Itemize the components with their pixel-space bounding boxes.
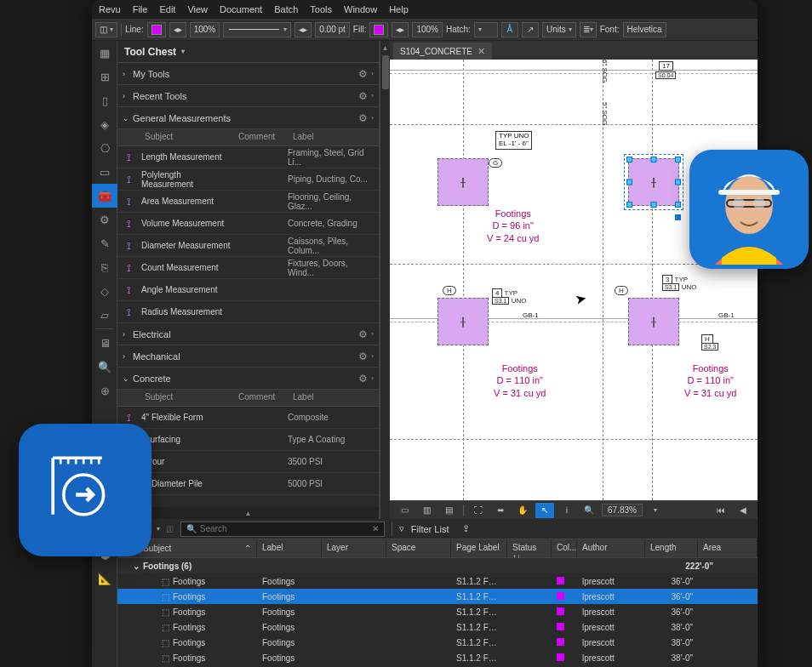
close-tab-icon[interactable]: ✕	[477, 46, 485, 57]
folder-recent-tools[interactable]: ›Recent Tools⚙›	[117, 85, 379, 107]
toolchest-icon[interactable]: 🧰	[92, 184, 117, 208]
fill-color-picker[interactable]	[369, 22, 388, 37]
markup-row[interactable]: ⬚FootingsFootingsS1.1.2 FOUN...lprescott…	[117, 650, 758, 665]
studio-icon[interactable]: ◇	[92, 279, 117, 303]
tool-row[interactable]: ⟟Length MeasurementFraming, Steel, Grid …	[117, 146, 379, 168]
gear-icon[interactable]: ⚙	[358, 112, 368, 124]
menu-view[interactable]: View	[187, 4, 208, 14]
folder-mechanical[interactable]: ›Mechanical⚙›	[117, 345, 379, 368]
thumbnails-icon[interactable]: ▦	[92, 41, 117, 65]
search-input[interactable]	[200, 524, 369, 533]
places-icon[interactable]: ⎔	[92, 136, 117, 160]
tool-row[interactable]: ⟟8" Diameter Pile5000 PSI	[117, 473, 379, 495]
measurements-icon[interactable]: 📐	[92, 567, 117, 590]
forms-icon[interactable]: ▭	[92, 160, 117, 184]
search-icon[interactable]: 🔍	[92, 355, 117, 379]
text-align-button[interactable]: ≣▾	[580, 22, 597, 37]
properties-icon[interactable]: ⚙	[92, 208, 117, 231]
markup-row[interactable]: ⬚FootingsFootingsS1.1.2 FOUN...lprescott…	[117, 619, 758, 635]
gear-icon[interactable]: ⚙	[358, 68, 368, 80]
menu-batch[interactable]: Batch	[274, 4, 298, 14]
zoom-dropdown[interactable]: ▾	[646, 503, 665, 518]
drawing-canvas[interactable]: 5" SOG 6" SOG TYP UNOEL -1' - 6" G 17 S0…	[390, 60, 758, 500]
markup-row[interactable]: ⬚FootingsFootingsS1.1.2 FOUN...lprescott…	[117, 573, 758, 589]
prev-page-button[interactable]: ◀	[734, 503, 752, 518]
add-panel-icon[interactable]: ⊕	[92, 379, 117, 402]
panel-dropdown-icon[interactable]: ▾	[181, 48, 185, 55]
zoom-button[interactable]: 🔍	[580, 503, 598, 518]
scroll-up-icon[interactable]: ▲	[382, 44, 389, 52]
markup-group-row[interactable]: ⌄Footings (6)222'-0"	[117, 558, 758, 573]
text-select-button[interactable]: Ꭵ	[558, 503, 576, 518]
menu-tools[interactable]: Tools	[310, 4, 332, 14]
folder-concrete[interactable]: ⌄Concrete⚙›	[117, 368, 379, 390]
tool-row[interactable]: ⟟4" Flexible FormComposite	[117, 407, 379, 429]
menu-edit[interactable]: Edit	[159, 4, 175, 14]
split-h-button[interactable]: ▥	[417, 503, 436, 518]
split-v-button[interactable]: ▤	[439, 503, 458, 518]
markup-row[interactable]: ⬚FootingsFootingsS1.1.2 FOUN...lprescott…	[117, 589, 758, 604]
folder-my-tools[interactable]: ›My Tools⚙›	[117, 63, 379, 85]
bookmarks-icon[interactable]: ▯	[92, 88, 117, 112]
tool-row[interactable]: ⟟" Pour3500 PSI	[117, 451, 379, 473]
menu-window[interactable]: Window	[344, 4, 377, 14]
panel-scrollbar[interactable]: ▲	[380, 41, 390, 519]
view-mode-dropdown[interactable]: ◫▾	[95, 22, 117, 37]
footing-markup[interactable]: ╂	[437, 158, 489, 206]
first-page-button[interactable]: ⏮	[712, 503, 730, 518]
file-access-icon[interactable]: 🖥	[92, 331, 117, 355]
folder-electrical[interactable]: ›Electrical⚙›	[117, 323, 379, 345]
footing-markup-selected[interactable]: ╂	[628, 158, 679, 206]
hatch-dropdown[interactable]: ▾	[474, 22, 498, 37]
select-button[interactable]: ↖	[535, 503, 554, 518]
split-none-button[interactable]: ▭	[395, 503, 414, 518]
links-icon[interactable]: ⎘	[92, 255, 117, 279]
col-status[interactable]: Status ↑↓	[507, 539, 552, 557]
fill-opacity-stepper[interactable]: ◂▸	[392, 22, 409, 37]
tool-row[interactable]: ⟟Polylength MeasurementPiping, Ducting, …	[117, 168, 379, 191]
gear-icon[interactable]: ⚙	[358, 351, 368, 362]
tool-row[interactable]: ⟟Area MeasurementFlooring, Ceiling, Glaz…	[117, 191, 379, 213]
menu-help[interactable]: Help	[389, 4, 409, 14]
units-dropdown[interactable]: Units▾	[542, 22, 576, 37]
search-box[interactable]: 🔍✕	[180, 522, 385, 537]
line-opacity-value[interactable]: 100%	[190, 22, 220, 37]
scroll-thumb[interactable]	[382, 55, 389, 89]
filter-icon[interactable]: ▿	[399, 523, 404, 534]
autosize-text-button[interactable]: Å	[501, 22, 518, 37]
col-area[interactable]: Area	[698, 539, 758, 557]
zoom-value[interactable]: 67.83%	[602, 504, 643, 516]
tool-row[interactable]: ⟟Diameter MeasurementCaissons, Piles, Co…	[117, 235, 379, 257]
layers-icon[interactable]: ◈	[92, 112, 117, 136]
rotate-handle[interactable]	[675, 214, 681, 220]
fill-opacity-value[interactable]: 100%	[412, 22, 443, 37]
col-length[interactable]: Length	[645, 539, 698, 557]
folder-general-measurements[interactable]: ⌄General Measurements⚙›	[117, 107, 379, 129]
gear-icon[interactable]: ⚙	[358, 373, 368, 385]
fit-width-button[interactable]: ⬌	[491, 503, 510, 518]
col-subject[interactable]: Subject⌃	[138, 539, 257, 557]
export-icon[interactable]: ⇪	[462, 523, 470, 534]
menu-revu[interactable]: Revu	[99, 4, 121, 14]
tool-row[interactable]: ⟟Volume MeasurementConcrete, Grading	[117, 213, 379, 235]
menu-file[interactable]: File	[133, 4, 148, 14]
hide-markups-icon[interactable]: 👁̸	[167, 524, 174, 534]
col-space[interactable]: Space	[386, 539, 451, 557]
filter-list-label[interactable]: Filter List	[411, 524, 449, 534]
markup-row[interactable]: ⬚FootingsFootingsS1.1.2 FOUN...lprescott…	[117, 604, 758, 619]
apps-icon[interactable]: ⊞	[92, 65, 117, 88]
line-width-stepper[interactable]: ◂▸	[294, 22, 312, 37]
footing-markup[interactable]: ╂	[628, 298, 679, 345]
col-label[interactable]: Label	[257, 539, 322, 557]
tool-row[interactable]: ⟟Count MeasurementFixtures, Doors, Wind.…	[117, 257, 379, 279]
markups-dropdown-icon[interactable]: ▾	[157, 525, 160, 533]
col-color[interactable]: Col...	[552, 539, 577, 557]
clear-search-icon[interactable]: ✕	[372, 524, 379, 533]
col-pagelabel[interactable]: Page Label	[451, 539, 507, 557]
menu-document[interactable]: Document	[220, 4, 262, 14]
line-width-value[interactable]: 0.00 pt	[315, 22, 350, 37]
font-dropdown[interactable]: Helvetica	[623, 22, 666, 37]
pan-button[interactable]: ✋	[513, 503, 532, 518]
line-style-dropdown[interactable]: ▾	[223, 22, 291, 37]
gear-icon[interactable]: ⚙	[358, 90, 368, 102]
